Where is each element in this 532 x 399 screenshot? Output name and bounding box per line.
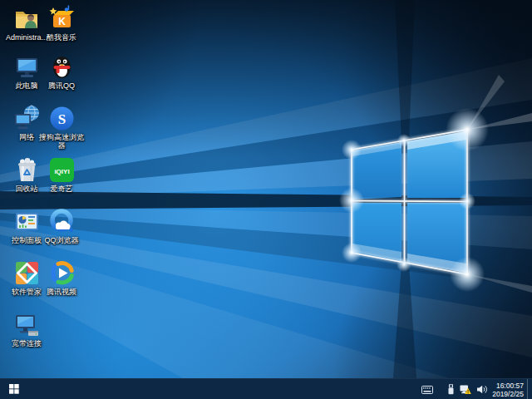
- usb-device-icon[interactable]: [445, 379, 457, 399]
- desktop-icon-tencent-video[interactable]: 腾讯视频: [37, 259, 86, 296]
- network-warning-icon[interactable]: [457, 379, 474, 399]
- svg-text:K: K: [58, 16, 66, 27]
- clock-time: 16:00:57: [496, 382, 524, 390]
- windows-logo-icon: [9, 384, 19, 394]
- desktop-icon-broadband[interactable]: 宽带连接: [2, 311, 51, 347]
- desktop-icon-qq-browser[interactable]: QQ浏览器: [37, 208, 86, 244]
- taskbar: 16:00:57 2019/2/25: [0, 378, 532, 399]
- desktop-icon-kuwo-music[interactable]: K 酷我音乐: [37, 5, 86, 42]
- volume-icon[interactable]: [474, 379, 490, 399]
- icon-label: 腾讯视频: [37, 288, 86, 296]
- windows-desktop-screen: Administra... K 酷我音乐 此电脑: [0, 0, 532, 399]
- svg-text:S: S: [57, 111, 65, 127]
- software-manager-icon: [13, 259, 41, 287]
- touch-keyboard-icon[interactable]: [419, 379, 436, 399]
- system-tray: 16:00:57 2019/2/25: [419, 379, 532, 399]
- desktop-icon-iqiyi[interactable]: iQIYI 爱奇艺: [37, 156, 86, 193]
- tencent-video-icon: [48, 259, 76, 287]
- kuwo-music-icon: K: [48, 5, 76, 32]
- recycle-bin-icon: [13, 156, 41, 184]
- icon-label: 搜狗高速浏览器: [37, 133, 86, 150]
- iqiyi-icon: iQIYI: [48, 156, 76, 184]
- taskbar-clock[interactable]: 16:00:57 2019/2/25: [490, 379, 527, 399]
- broadband-connection-icon: [13, 311, 41, 338]
- svg-text:iQIYI: iQIYI: [54, 168, 69, 175]
- this-pc-icon: [13, 53, 41, 81]
- icon-label: 腾讯QQ: [37, 81, 86, 90]
- icon-label: 酷我音乐: [37, 33, 86, 42]
- icon-label: 爱奇艺: [37, 185, 86, 193]
- clock-date: 2019/2/25: [492, 390, 524, 398]
- desktop-icon-tencent-qq[interactable]: 腾讯QQ: [37, 53, 86, 90]
- start-button[interactable]: [0, 379, 28, 399]
- control-panel-icon: [13, 208, 41, 235]
- qq-browser-icon: [48, 208, 76, 235]
- icon-label: QQ浏览器: [37, 236, 86, 244]
- network-icon: [13, 105, 41, 132]
- icon-label: 宽带连接: [2, 339, 51, 347]
- desktop-icon-sogou-browser[interactable]: S 搜狗高速浏览器: [37, 105, 86, 150]
- tencent-qq-icon: [48, 53, 76, 81]
- sogou-browser-icon: S: [48, 105, 76, 132]
- administrator-folder-icon: [13, 5, 41, 32]
- show-desktop-button[interactable]: [528, 379, 532, 399]
